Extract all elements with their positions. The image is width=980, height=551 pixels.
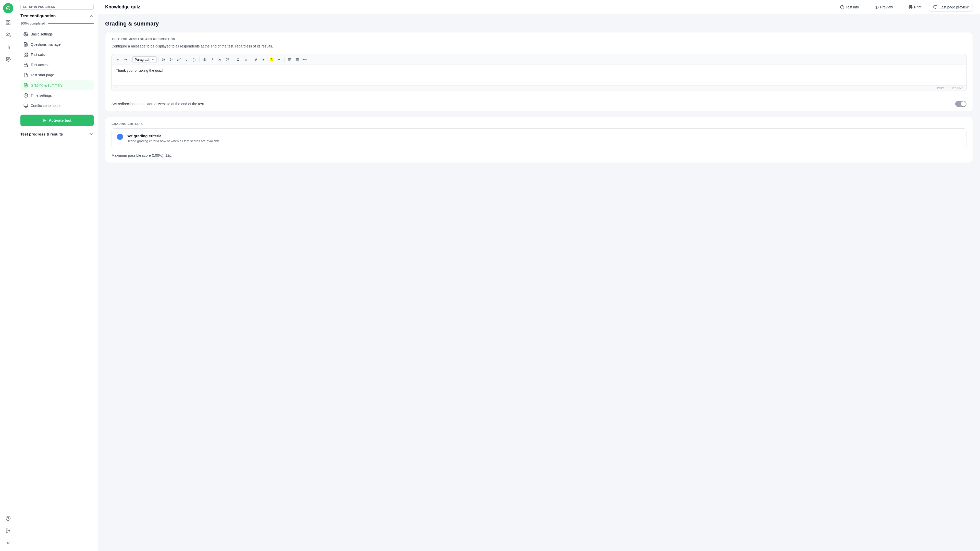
special-chars-button[interactable]: Ω [234,56,242,63]
image-icon [162,58,165,61]
video-button[interactable] [168,56,175,63]
align-center-button[interactable] [294,56,301,63]
sidebar-item-grid[interactable] [3,18,13,27]
svg-rect-30 [934,6,937,8]
superscript-button[interactable]: X² [224,56,231,63]
emoji-button[interactable]: ☺ [242,56,249,63]
nav-label-grading-summary: Grading & summary [30,83,62,87]
preview-button[interactable]: Preview [872,3,896,11]
svg-rect-18 [24,55,25,56]
svg-marker-35 [170,58,172,61]
print-label: Print [914,5,921,9]
subscript-button[interactable]: X₂ [216,56,224,63]
toolbar-divider-3 [199,57,200,62]
criteria-text: Set grading criteria Define grading crit… [127,134,221,143]
progress-bar-fill [48,23,94,24]
section2-title: Test progress & results [21,132,63,136]
align-left-icon [288,58,291,61]
more-button[interactable]: ••• [301,56,309,63]
lock-icon [24,62,28,67]
nav-item-questions-manager[interactable]: Questions manager [21,40,94,49]
powered-by-label: POWERED BY TINY [937,86,963,89]
certificate-icon [24,104,28,108]
chevrons-right-icon [6,540,11,545]
basic-settings-icon [24,32,28,37]
grading-criteria-section: GRADING CRITERIA i Set grading criteria … [105,117,973,163]
sidebar-item-analytics[interactable] [3,42,13,52]
paragraph-label: Paragraph [135,58,150,62]
nav-item-certificate-template[interactable]: Certificate template [21,101,94,110]
editor-toolbar: ↩ ↪ Paragraph [112,54,966,65]
nav-item-test-start-page[interactable]: Test start page [21,70,94,80]
undo-button[interactable]: ↩ [115,56,121,63]
eye-icon [875,5,879,9]
test-info-label: Test info [846,5,859,9]
collapse-icon[interactable] [89,14,94,18]
text-color-dropdown[interactable]: ▾ [260,56,267,63]
editor-content[interactable]: Thank you for taking the quiz! [112,65,966,85]
code-button[interactable]: { } [191,56,198,63]
monitor-icon [933,5,937,9]
link-icon [177,58,181,61]
align-center-icon [296,58,299,61]
last-page-preview-button[interactable]: Last page preview [929,3,973,11]
paragraph-dropdown[interactable]: Paragraph [132,56,157,63]
nav-item-grading-summary[interactable]: Grading & summary [21,80,94,90]
align-left-button[interactable] [286,56,293,63]
underlined-word: taking [139,68,148,72]
info-icon: i [117,134,123,140]
italic-button[interactable]: I [209,56,216,63]
activate-test-button[interactable]: Activate test [21,115,94,126]
section2-expand-icon[interactable] [89,132,94,136]
video-icon [169,58,173,61]
print-button[interactable]: Print [906,3,924,11]
sidebar-item-exit[interactable] [3,526,13,536]
link-button[interactable] [175,56,183,63]
svg-rect-3 [6,23,8,24]
bold-button[interactable]: B [201,56,208,63]
nav-label-time-settings: Time settings [30,93,52,97]
setup-badge: SETUP IN PROGRESS [21,4,94,10]
nav-item-test-sets[interactable]: Test sets [21,50,94,59]
icon-bar [0,0,16,551]
logo-icon [5,5,11,11]
sidebar-item-settings[interactable] [3,54,13,64]
image-button[interactable] [160,56,167,63]
app-logo[interactable] [3,3,13,13]
main-area: Knowledge quiz Test info Preview Pr [98,0,980,551]
app-title: Knowledge quiz [105,4,140,10]
nav-label-test-access: Test access [30,63,49,67]
nav-label-questions-manager: Questions manager [30,42,62,46]
preview-label: Preview [880,5,893,9]
nav-item-time-settings[interactable]: Time settings [21,91,94,100]
grading-criteria-box: i Set grading criteria Define grading cr… [111,128,966,148]
redirection-toggle[interactable] [955,101,966,107]
sidebar-item-help[interactable] [3,513,13,524]
svg-rect-0 [6,21,8,22]
progress-row: 100% completed [21,21,94,25]
nav-item-test-access[interactable]: Test access [21,60,94,70]
sidebar-item-expand[interactable] [3,538,13,548]
highlight-dropdown[interactable]: ▾ [275,56,283,63]
help-icon [6,516,11,521]
svg-point-28 [876,6,877,8]
math-button[interactable]: √ [183,56,190,63]
nav-label-test-sets: Test sets [30,53,45,57]
svg-point-12 [25,34,27,35]
text-color-button[interactable]: A [253,56,260,63]
test-end-message-section: TEST END MESSAGE AND REDIRECTION Configu… [105,32,973,112]
svg-marker-24 [43,119,46,122]
start-page-icon [24,73,28,77]
dropdown-chevron-icon [151,58,154,61]
sidebar: SETUP IN PROGRESS Test configuration 100… [16,0,98,551]
redo-button[interactable]: ↪ [122,56,129,63]
nav-label-test-start-page: Test start page [30,73,54,77]
highlight-button[interactable]: A [268,56,275,63]
svg-point-34 [163,59,163,59]
nav-item-basic-settings[interactable]: Basic settings [21,29,94,39]
toolbar-divider-6 [284,57,285,62]
test-info-button[interactable]: Test info [838,3,862,11]
sidebar-item-users[interactable] [3,30,13,40]
svg-rect-2 [8,23,10,24]
toolbar-divider-2 [158,57,159,62]
